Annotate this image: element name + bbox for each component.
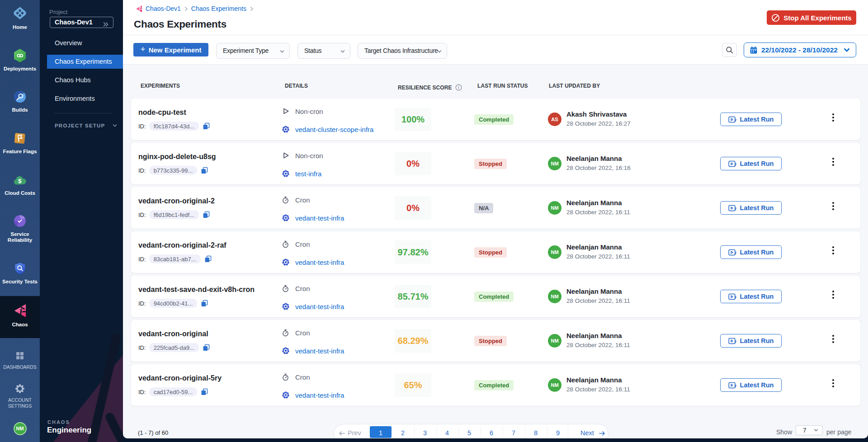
svg-text:$: $ — [18, 178, 22, 184]
